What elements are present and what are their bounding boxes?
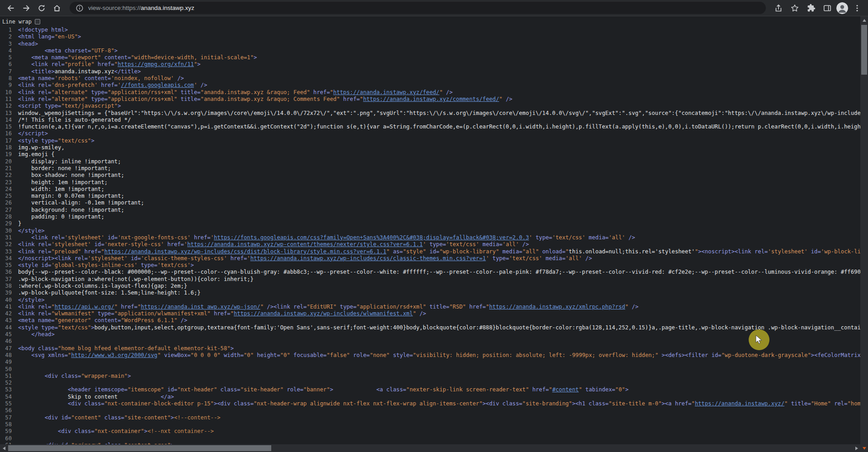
scroll-up-button[interactable]	[860, 16, 868, 24]
source-text: content=	[101, 54, 131, 61]
source-line: 28 padding: 0 !important;	[0, 214, 860, 220]
line-number: 49	[0, 359, 12, 366]
source-line: 13window._wpemojiSettings = {"baseUrl":"…	[0, 110, 860, 117]
source-link[interactable]: https://ananda.instawp.xyz/comments/feed…	[363, 96, 499, 102]
scroll-left-icon	[3, 447, 5, 450]
source-link[interactable]: https://ananda.instawp.xyz/	[695, 400, 784, 407]
side-panel-button[interactable]	[820, 1, 835, 15]
page-info-icon[interactable]	[75, 4, 84, 13]
source-text: "application/rss+xml"	[108, 89, 177, 95]
scroll-down-icon[interactable]	[863, 447, 866, 450]
source-text: class=	[217, 386, 240, 393]
source-link[interactable]: #content	[552, 386, 579, 393]
line-wrap-checkbox[interactable]	[35, 19, 40, 24]
source-line: 50	[0, 366, 860, 373]
source-link[interactable]: https://ananda.instawp.xyz/feed/	[333, 89, 439, 95]
line-number: 26	[0, 200, 12, 206]
source-text: id=	[91, 241, 104, 247]
source-text: "application/rss+xml"	[108, 96, 177, 102]
line-number: 24	[0, 186, 12, 193]
forward-button[interactable]	[19, 1, 33, 15]
vertical-scrollbar-thumb[interactable]	[861, 25, 867, 75]
source-text: href=	[227, 255, 247, 262]
source-text: :where(.wp-block-columns.is-layout-flex)…	[18, 283, 187, 289]
source-link[interactable]: https://ananda.inst awp.xyz/wp-json/	[141, 304, 260, 310]
source-text: "ananda.instawp.xyz &raquo; Feed"	[201, 89, 310, 95]
source-text: window._wpemojiSettings = {"baseUrl":"ht…	[18, 110, 860, 116]
source-text: "generator"	[55, 317, 91, 324]
source-link[interactable]: //fonts.googleapis.com	[121, 82, 193, 88]
source-text: 'text/css'	[509, 255, 542, 262]
source-text: onload=	[539, 248, 566, 255]
source-link[interactable]: https://ananda.instawp.xyz/wp-includes/w…	[234, 310, 413, 317]
source-link[interactable]: https://ananda.instawp.xyz/xmlrpc.php?rs…	[489, 304, 625, 310]
source-text: !function(e,a,t){var n,r,o,i=a.createEle…	[18, 124, 860, 130]
source-text: <div class=	[45, 373, 81, 379]
source-line: 29}	[0, 220, 860, 227]
source-text: 'noindex, nofollow'	[111, 75, 174, 81]
source-text: >	[171, 414, 174, 421]
source-line: 36body{--wp--preset--color--black: #0000…	[0, 269, 860, 276]
source-line: 30</style>	[0, 228, 860, 234]
source-text: media=	[499, 248, 522, 255]
scroll-left-button[interactable]	[0, 444, 8, 452]
source-line: 59 <div class="nxt-container"><!--nxt co…	[0, 428, 860, 435]
line-number: 35	[0, 262, 12, 269]
vertical-scrollbar[interactable]	[860, 16, 868, 444]
horizontal-scrollbar-thumb[interactable]	[8, 445, 271, 451]
source-link[interactable]: https://ananda.instawp.xyz/wp-includes/c…	[250, 255, 486, 262]
source-line: 49	[0, 359, 860, 366]
source-link[interactable]: https://api.w.org/	[55, 304, 114, 310]
source-code: 1<!doctype html>2<html lang="en-US">3<he…	[0, 27, 860, 444]
source-text: href=	[466, 304, 486, 310]
source-text: <div class=	[58, 428, 94, 434]
source-link[interactable]: https://gmpg.org/xfn/11	[118, 61, 194, 67]
source-line: 54 Skip to content </a>	[0, 394, 860, 400]
menu-button[interactable]	[850, 1, 864, 15]
source-line: 6 <link rel="profile" href="https://gmpg…	[0, 61, 860, 68]
source-link[interactable]: https://fonts.googleapis.com/css?family=…	[214, 234, 529, 241]
scroll-right-button[interactable]	[853, 444, 860, 452]
source-text: href=	[211, 310, 231, 317]
source-text: </title>	[114, 68, 141, 75]
source-line: 34</noscript><link rel='stylesheet' id='…	[0, 255, 860, 262]
mouse-cursor	[755, 335, 764, 345]
source-link[interactable]: http://www.w3.org/2000/svg	[71, 352, 157, 358]
source-text: "Home"	[811, 400, 831, 407]
reload-button[interactable]	[34, 1, 49, 15]
source-line: 11<link rel="alternate" type="applicatio…	[0, 96, 860, 103]
source-link[interactable]: https://ananda.instawp.xyz/wp-content/th…	[187, 241, 423, 247]
line-number: 29	[0, 220, 12, 227]
source-text: style=	[390, 352, 413, 358]
source-text: "application/rsd+xml"	[356, 304, 426, 310]
source-text: display: inline !important;	[31, 158, 121, 165]
extensions-button[interactable]	[804, 1, 818, 15]
source-line: 14/*! This file is auto-generated */	[0, 117, 860, 124]
source-text: background: none !important;	[31, 207, 124, 213]
line-number: 25	[0, 193, 12, 200]
profile-avatar[interactable]	[836, 2, 848, 14]
address-bar[interactable]: view-source:https://ananda.instawp.xyz	[70, 2, 766, 14]
source-text: "nexter-skip-link screen-reader-text"	[406, 386, 529, 393]
source-link[interactable]: https://ananda.instawp.xyz/wp-includes/c…	[104, 248, 387, 255]
home-icon	[52, 4, 61, 13]
source-text: "wp-block-library"	[439, 248, 499, 255]
share-button[interactable]	[771, 1, 786, 15]
bookmark-button[interactable]	[788, 1, 802, 15]
source-text: "EditURI"	[307, 304, 336, 310]
source-line: 52	[0, 380, 860, 386]
source-text: "WordPress 6.1.1"	[121, 317, 177, 324]
source-text: as=	[390, 248, 403, 255]
source-text: img.emoji {	[18, 151, 55, 157]
source-text: 'stylesheet'	[51, 241, 91, 247]
scrollbar-corner	[860, 444, 868, 452]
home-button[interactable]	[50, 1, 64, 15]
source-text: type=	[88, 89, 108, 95]
source-text: />	[177, 317, 187, 324]
back-button[interactable]	[4, 1, 18, 15]
source-text: type=	[426, 241, 446, 247]
source-text: 'text/css'	[157, 262, 190, 268]
horizontal-scrollbar[interactable]	[0, 444, 860, 452]
source-text: </noscript><link rel=	[18, 255, 88, 262]
source-text: "0"	[280, 352, 290, 358]
